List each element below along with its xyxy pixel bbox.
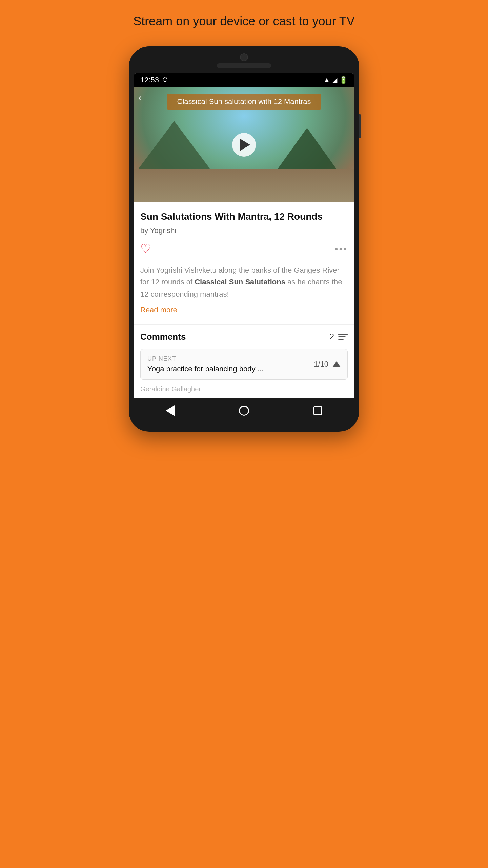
status-timer-icon: ⏱	[162, 76, 168, 83]
video-description: Join Yogrishi Vishvketu along the banks …	[140, 264, 348, 300]
phone-camera	[240, 53, 248, 61]
comments-count: 2	[330, 332, 334, 341]
description-bold-text: Classical Sun Salutations	[195, 278, 285, 286]
up-next-position: 1/10	[314, 360, 328, 369]
mountain-right-decoration	[273, 128, 341, 175]
battery-icon: 🔋	[339, 76, 348, 84]
video-player[interactable]: ‹ Classical Sun salutation with 12 Mantr…	[134, 87, 354, 202]
nav-home-button[interactable]	[239, 406, 249, 416]
status-left: 12:53 ⏱	[140, 76, 168, 84]
phone-frame: 12:53 ⏱ ▲ ◢ 🔋 ‹ Classical Sun salutation…	[129, 46, 359, 432]
like-button[interactable]: ♡	[140, 242, 151, 256]
home-nav-icon	[239, 406, 249, 416]
page-tagline: Stream on your device or cast to your TV	[133, 14, 355, 29]
up-next-left: UP NEXT Yoga practice for balancing body…	[147, 355, 264, 373]
status-right: ▲ ◢ 🔋	[323, 76, 348, 84]
phone-speaker	[217, 63, 271, 68]
filter-line-2	[338, 336, 346, 337]
wifi-icon: ▲	[323, 76, 330, 84]
nav-back-button[interactable]	[166, 405, 175, 416]
up-next-card[interactable]: UP NEXT Yoga practice for balancing body…	[140, 349, 348, 380]
filter-line-3	[338, 339, 344, 340]
up-next-label: UP NEXT	[147, 355, 264, 362]
back-nav-icon	[166, 405, 175, 416]
signal-icon: ◢	[332, 76, 337, 84]
mountain-left-decoration	[134, 121, 215, 175]
status-time: 12:53	[140, 76, 159, 84]
recent-nav-icon	[313, 406, 322, 415]
phone-side-button	[359, 114, 361, 138]
chevron-up-icon[interactable]	[332, 361, 341, 367]
play-button[interactable]	[232, 133, 256, 157]
video-overlay-title: Classical Sun salutation with 12 Mantras	[167, 94, 321, 110]
up-next-title: Yoga practice for balancing body ...	[147, 364, 264, 373]
more-options-button[interactable]: •••	[335, 243, 348, 254]
phone-top	[134, 53, 354, 71]
nav-recent-button[interactable]	[313, 406, 322, 415]
content-area: Sun Salutations With Mantra, 12 Rounds b…	[134, 202, 354, 398]
video-author: by Yogrishi	[140, 226, 348, 235]
filter-button[interactable]	[338, 334, 348, 340]
comments-row: Comments 2	[140, 325, 348, 349]
play-icon	[240, 139, 250, 151]
comments-right: 2	[330, 332, 348, 341]
action-row: ♡ •••	[140, 242, 348, 256]
bottom-nav	[134, 398, 354, 421]
river-bed-decoration	[134, 169, 354, 202]
filter-line-1	[338, 334, 348, 335]
author-preview: Geraldine Gallagher	[140, 385, 348, 398]
phone-screen: 12:53 ⏱ ▲ ◢ 🔋 ‹ Classical Sun salutation…	[134, 73, 354, 421]
status-bar: 12:53 ⏱ ▲ ◢ 🔋	[134, 73, 354, 87]
read-more-button[interactable]: Read more	[140, 305, 177, 314]
back-button[interactable]: ‹	[138, 92, 142, 103]
up-next-right: 1/10	[314, 360, 341, 369]
video-title: Sun Salutations With Mantra, 12 Rounds	[140, 211, 348, 223]
comments-label: Comments	[140, 332, 186, 342]
